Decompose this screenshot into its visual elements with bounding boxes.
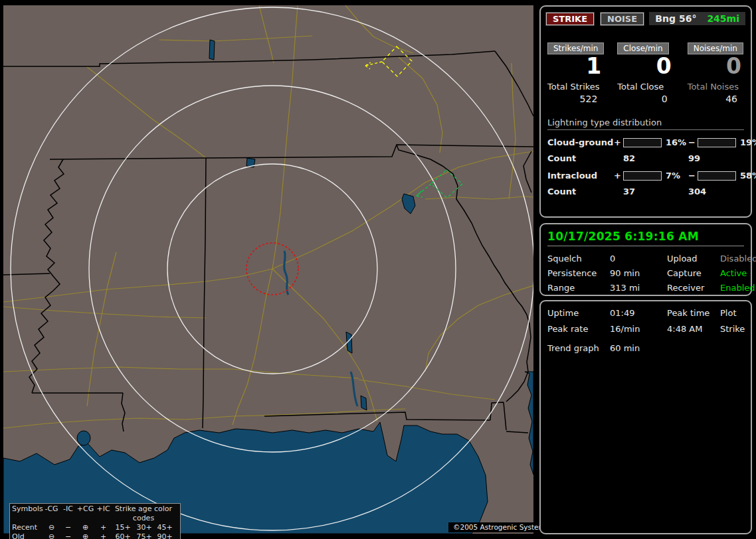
- strike-button[interactable]: STRIKE: [546, 13, 594, 25]
- close-column: Close/min 0 Total Close 0: [611, 41, 680, 104]
- map-canvas[interactable]: [3, 5, 533, 534]
- ic-plus-bar: [623, 171, 662, 181]
- bearing-value: Bng 56°: [655, 13, 696, 24]
- peak-time-label: Peak time: [667, 308, 720, 318]
- legend-header-nic: -IC: [60, 504, 76, 523]
- legend-header-pcg: +CG: [76, 504, 94, 523]
- upload-value: Disabled: [720, 254, 756, 264]
- cg-plus-bar: [623, 138, 662, 147]
- intracloud-count-row: Count 37 304: [547, 187, 744, 196]
- receiver-value: Enabled: [720, 283, 756, 293]
- counters-panel: STRIKE NOISE Bng 56° 245mi Strikes/min 1…: [539, 5, 752, 218]
- ic-minus-icon: −: [60, 532, 76, 539]
- age-90: 90+: [155, 532, 175, 539]
- legend-recent-label: Recent: [12, 523, 43, 532]
- map[interactable]: Symbols -CG -IC +CG +IC Strike age color…: [3, 5, 533, 534]
- count-label: Count: [547, 153, 614, 163]
- legend-header-symbols: Symbols: [12, 504, 43, 523]
- capture-value: Active: [720, 268, 756, 278]
- ic-plus-count: 37: [623, 187, 688, 196]
- ic-minus-count: 304: [688, 187, 744, 196]
- range-label: Range: [547, 283, 610, 293]
- bearing-display: Bng 56° 245mi: [649, 12, 745, 25]
- distance-value: 245mi: [707, 13, 739, 24]
- total-strikes-value: 522: [547, 94, 604, 104]
- total-noises-value: 46: [688, 94, 744, 104]
- plot-label: Plot: [720, 308, 745, 318]
- total-close-value: 0: [617, 94, 674, 104]
- strikes-per-min-value: 1: [547, 54, 604, 78]
- cg-plus-icon: ⊕: [76, 523, 94, 532]
- cg-minus-count: 99: [688, 153, 744, 163]
- minus-sign: −: [688, 137, 698, 147]
- cg-minus-bar: [698, 138, 736, 147]
- total-noises-label: Total Noises: [688, 82, 744, 92]
- intracloud-row: Intracloud + 7% − 58%: [547, 171, 744, 181]
- upload-label: Upload: [667, 254, 720, 264]
- peak-rate-label: Peak rate: [547, 324, 610, 334]
- cloud-ground-label: Cloud-ground: [547, 137, 614, 147]
- total-close-label: Total Close: [617, 82, 674, 92]
- cg-plus-icon: ⊕: [76, 532, 94, 539]
- range-value: 313 mi: [610, 283, 667, 293]
- cg-minus-icon: ⊖: [43, 532, 60, 539]
- noises-per-min-value: 0: [688, 54, 744, 78]
- cg-plus-pct: 16%: [662, 137, 688, 147]
- age-15: 15+: [112, 523, 134, 532]
- age-45: 45+: [155, 523, 175, 532]
- peak-time-value: 4:48 AM: [667, 324, 720, 334]
- noise-button[interactable]: NOISE: [601, 13, 644, 25]
- session-panel: Uptime 01:49 Peak time Plot Peak rate 16…: [539, 300, 752, 534]
- ic-plus-pct: 7%: [662, 171, 688, 181]
- persistence-label: Persistence: [547, 268, 610, 278]
- legend-header-ncg: -CG: [43, 504, 60, 523]
- symbol-legend: Symbols -CG -IC +CG +IC Strike age color…: [9, 503, 181, 539]
- trend-window-value: 60 min: [610, 343, 744, 353]
- squelch-label: Squelch: [547, 254, 610, 264]
- datetime-display: 10/17/2025 6:19:16 AM: [547, 230, 744, 246]
- ic-minus-icon: −: [60, 523, 76, 532]
- total-strikes-label: Total Strikes: [547, 82, 604, 92]
- noises-column: Noises/min 0 Total Noises 46: [681, 41, 751, 104]
- legend-age-header: Strike age color codes: [112, 504, 175, 523]
- ic-plus-icon: +: [94, 532, 112, 539]
- strikes-column: Strikes/min 1 Total Strikes 522: [541, 41, 611, 104]
- uptime-value: 01:49: [610, 308, 667, 318]
- distribution-title: Lightning type distribution: [547, 117, 744, 130]
- age-30: 30+: [134, 523, 155, 532]
- squelch-value: 0: [610, 254, 667, 264]
- cloud-ground-row: Cloud-ground + 16% − 19%: [547, 137, 744, 147]
- uptime-label: Uptime: [547, 308, 610, 318]
- close-per-min-value: 0: [617, 54, 674, 78]
- copyright-text: ©2005 Astrogenic Systems: [448, 522, 553, 532]
- receiver-label: Receiver: [667, 283, 720, 293]
- count-label: Count: [547, 187, 614, 196]
- legend-old-label: Old: [12, 532, 43, 539]
- status-panel: 10/17/2025 6:19:16 AM Squelch 0 Upload D…: [539, 223, 752, 296]
- cg-minus-icon: ⊖: [43, 523, 60, 532]
- trend-graph-label: Trend graph: [547, 343, 610, 353]
- trend-graph: [543, 354, 745, 532]
- ic-minus-pct: 58%: [736, 171, 756, 181]
- ic-minus-bar: [698, 171, 736, 181]
- ic-plus-icon: +: [94, 523, 112, 532]
- cg-minus-pct: 19%: [736, 137, 756, 147]
- capture-label: Capture: [667, 268, 720, 278]
- cg-plus-count: 82: [623, 153, 688, 163]
- plot-value: Strike: [720, 324, 745, 334]
- age-75: 75+: [134, 532, 155, 539]
- minus-sign: −: [688, 171, 698, 181]
- plus-sign: +: [614, 137, 623, 147]
- plus-sign: +: [614, 171, 623, 181]
- age-60: 60+: [112, 532, 134, 539]
- persistence-value: 90 min: [610, 268, 667, 278]
- peak-rate-value: 16/min: [610, 324, 667, 334]
- cloud-ground-count-row: Count 82 99: [547, 153, 744, 163]
- intracloud-label: Intracloud: [547, 171, 614, 181]
- legend-header-pic: +IC: [94, 504, 112, 523]
